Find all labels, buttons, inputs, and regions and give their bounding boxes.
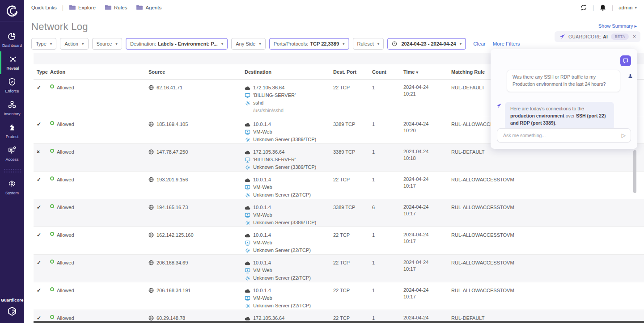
- cell-count: 1: [369, 144, 400, 171]
- destination-line: Unknown Server (22/TCP): [245, 191, 327, 199]
- column-header-time[interactable]: Time▾: [400, 69, 448, 75]
- inventory-icon: [8, 101, 16, 110]
- column-header-source[interactable]: Source: [145, 69, 242, 75]
- sidebar-item-access[interactable]: Access: [0, 143, 24, 165]
- check-icon: ✓: [37, 315, 41, 321]
- cell-type: ✓: [34, 172, 47, 199]
- guardicore-ai-chip[interactable]: GUARDICORE AI BETA ×: [555, 31, 640, 42]
- sidebar-brand-label: Guardicore: [0, 298, 24, 302]
- cell-time: 2024-04-2410:17: [400, 282, 448, 310]
- cell-time: 2024-04-2410:17: [400, 227, 448, 254]
- destination-line: VM-Web: [245, 128, 327, 136]
- time-date: 2024-04-24: [403, 287, 445, 294]
- folder-icon: [69, 4, 76, 11]
- cell-destination: 10.0.1.4VM-WebUnknown Server (22/TCP): [242, 282, 330, 310]
- folder-icon: [136, 4, 143, 11]
- cell-action: Allowed: [47, 116, 145, 143]
- cell-destination: 10.0.1.4VM-WebUnknown Server (22/TCP): [242, 227, 330, 254]
- table-row[interactable]: ✓Allowed206.168.34.6910.0.1.4VM-WebUnkno…: [34, 255, 644, 282]
- more-filters-link[interactable]: More Filters: [493, 41, 520, 46]
- sidebar-item-protect[interactable]: Protect: [0, 120, 24, 143]
- sidebar-item-label: Access: [5, 157, 18, 162]
- column-header-dest-port[interactable]: Dest. Port: [330, 69, 369, 75]
- source-ip: 62.16.41.71: [157, 84, 182, 92]
- system-icon: [8, 180, 16, 189]
- cell-dest-port: 3389 TCP: [330, 199, 369, 227]
- column-header-count[interactable]: Count: [369, 69, 400, 75]
- cell-action: Allowed: [47, 255, 145, 282]
- ai-panel-button[interactable]: [620, 55, 631, 66]
- sidebar-item-label: Protect: [6, 134, 19, 139]
- cell-source: 193.201.9.156: [145, 172, 242, 199]
- filter-chip-2[interactable]: Source▾: [92, 38, 122, 50]
- topbar-link-explore[interactable]: Explore: [69, 4, 96, 11]
- column-header-label: Action: [50, 69, 65, 75]
- cell-type: ✓: [34, 255, 47, 282]
- notifications-bell-icon[interactable]: [599, 4, 606, 11]
- cell-dest-port: 3389 TCP: [330, 116, 369, 143]
- table-row[interactable]: ✓Allowed206.168.34.19110.0.1.4VM-WebUnkn…: [34, 282, 644, 310]
- destination-text: 10.0.1.4: [253, 231, 271, 239]
- vertical-scrollbar-thumb[interactable]: [633, 150, 636, 193]
- cell-time: 2024-04-2410:21: [400, 80, 448, 116]
- sidebar-item-reveal[interactable]: Reveal: [0, 51, 24, 74]
- destination-text: 10.0.1.4: [253, 204, 271, 211]
- sidebar-item-system[interactable]: System: [0, 176, 24, 199]
- user-menu[interactable]: admin ▾: [619, 5, 637, 10]
- cell-type: ✓: [34, 116, 47, 143]
- destination-text: 'BILLING-SERVER': [253, 156, 296, 164]
- destination-line: 'BILLING-SERVER': [245, 156, 327, 164]
- sidebar-item-enforce[interactable]: Enforce: [0, 74, 24, 97]
- vm-icon: [245, 213, 250, 218]
- close-icon[interactable]: ×: [633, 34, 636, 40]
- sidebar-item-dashboard[interactable]: Dashboard: [0, 29, 24, 51]
- filter-chip-7[interactable]: 2024-04-23 - 2024-04-24▾: [387, 38, 466, 50]
- source-ip: 185.169.4.105: [157, 121, 188, 128]
- filter-chip-1[interactable]: Action▾: [60, 38, 88, 50]
- sidebar-item-inventory[interactable]: Inventory: [0, 97, 24, 120]
- allowed-status-icon: [50, 121, 54, 125]
- ai-message-segment: Here are today's connections to the: [510, 106, 584, 111]
- destination-line: 172.105.36.64: [245, 84, 327, 92]
- allowed-status-icon: [50, 149, 54, 153]
- show-summary-link[interactable]: Show Summary ▸: [598, 23, 637, 29]
- destination-line: Unknown Server (22/TCP): [245, 274, 327, 282]
- ask-input[interactable]: [502, 132, 622, 138]
- destination-line: 'BILLING-SERVER': [245, 92, 327, 99]
- destination-text: Unknown Server (22/TCP): [253, 302, 311, 310]
- time-hour: 10:17: [403, 210, 445, 217]
- table-row[interactable]: ✓Allowed193.201.9.15610.0.1.4VM-WebUnkno…: [34, 172, 644, 199]
- filter-chip-5[interactable]: Ports/Protocols:TCP 22,3389▾: [269, 38, 349, 50]
- filter-chip-4[interactable]: Any Side▾: [231, 38, 266, 50]
- cell-action: Allowed: [47, 199, 145, 227]
- send-icon[interactable]: ▷: [622, 132, 626, 138]
- filter-chip-label: Source: [97, 41, 112, 46]
- quick-links[interactable]: Quick Links: [31, 5, 57, 10]
- service-icon: [245, 248, 250, 253]
- check-icon: ✓: [37, 287, 41, 294]
- topbar-link-rules[interactable]: Rules: [105, 4, 127, 11]
- destination-line: VM-Web: [245, 267, 327, 274]
- filter-chip-6[interactable]: Ruleset▾: [353, 38, 384, 50]
- chevron-down-icon: ▾: [115, 42, 118, 46]
- filter-chip-0[interactable]: Type▾: [31, 38, 56, 50]
- column-header-type[interactable]: Type: [34, 69, 47, 75]
- destination-text: 172.105.36.64: [253, 148, 284, 156]
- table-row[interactable]: ✓Allowed162.142.125.16010.0.1.4VM-WebUnk…: [34, 227, 644, 255]
- cloud-icon: [245, 122, 250, 127]
- guardicore-logo[interactable]: [0, 0, 24, 21]
- refresh-icon[interactable]: [580, 4, 587, 11]
- cell-count: 1: [369, 255, 400, 282]
- filter-chip-3[interactable]: Destination:Labels - Environment: P...▾: [126, 38, 228, 50]
- time-date: 2024-04-24: [403, 259, 445, 266]
- table-row[interactable]: ✓Allowed194.165.16.7310.0.1.4VM-WebUnkno…: [34, 199, 644, 227]
- column-header-destination[interactable]: Destination: [242, 69, 330, 75]
- topbar-link-agents[interactable]: Agents: [136, 4, 161, 11]
- column-header-action[interactable]: Action: [47, 69, 145, 75]
- action-label: Allowed: [57, 121, 74, 128]
- clear-filters-link[interactable]: Clear: [473, 41, 485, 46]
- cell-count: 6: [369, 199, 400, 227]
- chevron-down-icon: ▾: [50, 42, 52, 46]
- horizontal-scrollbar[interactable]: [34, 321, 644, 323]
- cell-action: Allowed: [47, 80, 145, 116]
